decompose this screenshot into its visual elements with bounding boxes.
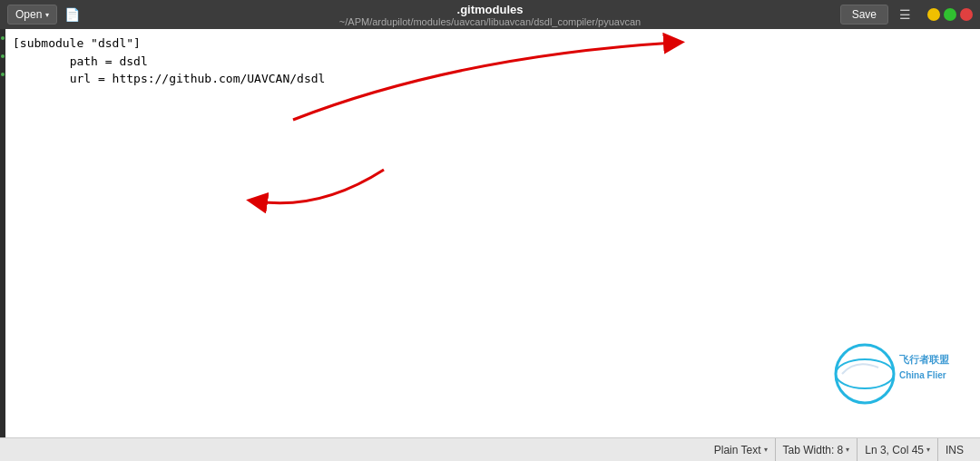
- ins-label: INS: [946, 444, 964, 456]
- code-line-1: [submodule "dsdl"] path = dsdl url = htt…: [13, 36, 325, 85]
- maximize-button[interactable]: [944, 8, 956, 21]
- open-label: Open: [15, 8, 42, 21]
- close-button[interactable]: [960, 8, 973, 21]
- hamburger-icon: ☰: [899, 7, 911, 22]
- tab-width-dropdown-arrow: ▾: [846, 446, 849, 454]
- tab-width-selector[interactable]: Tab Width: 8 ▾: [776, 438, 858, 461]
- titlebar-left: Open ▾ 📄: [7, 5, 83, 25]
- titlebar: Open ▾ 📄 .gitmodules ~/APM/ardupilot/mod…: [0, 0, 980, 29]
- file-icon-button[interactable]: 📄: [61, 5, 83, 24]
- editor-container: [submodule "dsdl"] path = dsdl url = htt…: [0, 29, 980, 437]
- titlebar-center: .gitmodules ~/APM/ardupilot/modules/uavc…: [339, 3, 641, 27]
- minimize-button[interactable]: [927, 8, 940, 21]
- ins-mode: INS: [938, 438, 971, 461]
- open-dropdown-arrow: ▾: [45, 11, 49, 19]
- window-subtitle: ~/APM/ardupilot/modules/uavcan/libuavcan…: [339, 16, 641, 27]
- plain-text-dropdown-arrow: ▾: [764, 446, 768, 454]
- window-controls: [927, 8, 973, 21]
- open-button[interactable]: Open ▾: [7, 5, 57, 25]
- plain-text-label: Plain Text: [714, 444, 761, 456]
- position-dropdown-arrow: ▾: [926, 446, 930, 454]
- titlebar-right: Save ☰: [840, 5, 973, 25]
- window-title: .gitmodules: [339, 3, 641, 16]
- statusbar: Plain Text ▾ Tab Width: 8 ▾ Ln 3, Col 45…: [0, 437, 980, 461]
- tab-width-label: Tab Width: 8: [783, 444, 844, 456]
- plain-text-selector[interactable]: Plain Text ▾: [707, 438, 776, 461]
- menu-button[interactable]: ☰: [894, 5, 916, 24]
- app-window: Open ▾ 📄 .gitmodules ~/APM/ardupilot/mod…: [0, 0, 980, 461]
- file-icon: 📄: [64, 7, 80, 22]
- position-label: Ln 3, Col 45: [865, 444, 924, 456]
- save-button[interactable]: Save: [840, 5, 888, 25]
- cursor-position: Ln 3, Col 45 ▾: [858, 438, 938, 461]
- code-editor[interactable]: [submodule "dsdl"] path = dsdl url = htt…: [5, 29, 980, 437]
